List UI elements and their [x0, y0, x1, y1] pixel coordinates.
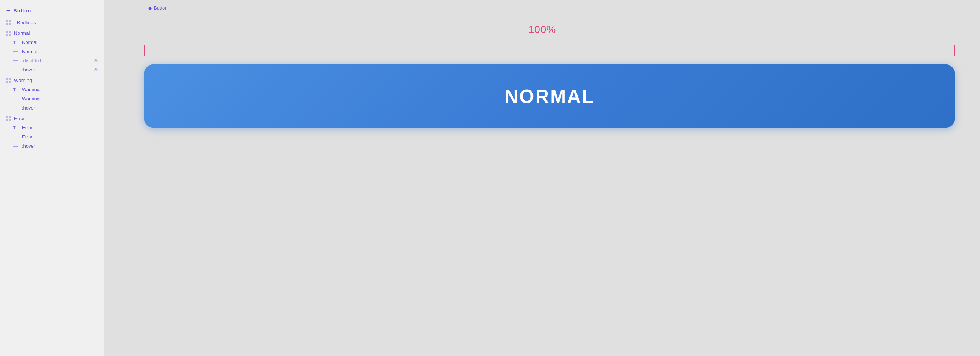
sidebar-group-error-label: Error — [14, 116, 25, 121]
sidebar-sub-normal-text[interactable]: T Normal — [0, 38, 104, 47]
sidebar-title[interactable]: ✦ Button — [0, 5, 104, 16]
sidebar-group-normal-label: Normal — [14, 30, 30, 36]
sidebar-sub-normal-dash-label: Normal — [22, 49, 98, 54]
sidebar-sub-normal-disabled[interactable]: :disabled 👁 — [0, 56, 104, 65]
dash-icon-disabled — [13, 60, 18, 61]
move-icon: ✦ — [6, 8, 10, 14]
sidebar-sub-normal-disabled-label: :disabled — [22, 58, 90, 64]
breadcrumb: ◆ Button — [148, 5, 168, 11]
sidebar-sub-normal-dash[interactable]: Normal — [0, 47, 104, 56]
sidebar-sub-error-text[interactable]: T Error — [0, 123, 104, 132]
type-icon-error: T — [13, 126, 18, 130]
dash-icon-error — [13, 137, 18, 137]
sidebar-group-redlines-label: _Redlines — [14, 20, 36, 25]
main-canvas: ◆ Button 100% NORMAL — [104, 0, 980, 356]
sidebar-section-warning: Warning T Warning Warning :hover — [0, 76, 104, 113]
measurement-h-line — [144, 51, 955, 51]
sidebar-section-normal: Normal T Normal Normal :disabled 👁 :hove… — [0, 29, 104, 74]
sidebar-group-warning[interactable]: Warning — [0, 76, 104, 85]
eye-icon-disabled: 👁 — [94, 58, 98, 64]
sidebar-sub-error-dash[interactable]: Error — [0, 132, 104, 141]
type-icon-warning: T — [13, 87, 18, 92]
sidebar-sub-warning-hover[interactable]: :hover — [0, 103, 104, 113]
preview-button-label: NORMAL — [504, 85, 594, 107]
sidebar-group-error[interactable]: Error — [0, 114, 104, 123]
sidebar-group-normal[interactable]: Normal — [0, 29, 104, 38]
sidebar-sub-warning-dash[interactable]: Warning — [0, 94, 104, 103]
sidebar-group-redlines[interactable]: _Redlines — [0, 18, 104, 27]
grid-icon-normal — [6, 31, 11, 36]
sidebar-sub-normal-hover-label: :hover — [22, 67, 90, 73]
sidebar-sub-normal-text-label: Normal — [22, 40, 98, 45]
breadcrumb-label: Button — [154, 5, 168, 11]
sidebar-sub-warning-text-label: Warning — [22, 87, 98, 92]
sidebar-title-label: Button — [13, 7, 31, 14]
grid-icon — [6, 20, 11, 25]
sidebar-group-warning-label: Warning — [14, 78, 32, 83]
measurement-line — [144, 43, 955, 58]
diamond-icon: ◆ — [148, 5, 152, 11]
sidebar-sub-warning-hover-label: :hover — [22, 105, 98, 111]
zoom-indicator: 100% — [104, 24, 980, 35]
sidebar-sub-error-text-label: Error — [22, 125, 98, 130]
sidebar-sub-warning-text[interactable]: T Warning — [0, 85, 104, 94]
zoom-value: 100% — [528, 24, 556, 35]
grid-icon-warning — [6, 78, 11, 83]
eye-icon-hover: 👁 — [94, 67, 98, 73]
dash-icon-warning — [13, 99, 18, 99]
sidebar-sub-error-dash-label: Error — [22, 134, 98, 140]
dash-icon-hover — [13, 70, 18, 70]
sidebar-sub-normal-hover[interactable]: :hover 👁 — [0, 65, 104, 74]
sidebar-sub-warning-dash-label: Warning — [22, 96, 98, 102]
measurement-left-cap — [144, 44, 145, 56]
measurement-right-cap — [955, 44, 955, 56]
sidebar: ✦ Button _Redlines Normal T Normal Norma… — [0, 0, 104, 356]
preview-button[interactable]: NORMAL — [144, 64, 955, 128]
type-icon: T — [13, 40, 18, 44]
dash-icon-warning-hover — [13, 108, 18, 108]
grid-icon-error — [6, 116, 11, 121]
sidebar-sub-error-hover-label: :hover — [22, 143, 98, 149]
dash-icon — [13, 51, 18, 52]
sidebar-section-error: Error T Error Error :hover — [0, 114, 104, 151]
sidebar-section-redlines: _Redlines — [0, 18, 104, 27]
dash-icon-error-hover — [13, 146, 18, 146]
sidebar-sub-error-hover[interactable]: :hover — [0, 141, 104, 151]
